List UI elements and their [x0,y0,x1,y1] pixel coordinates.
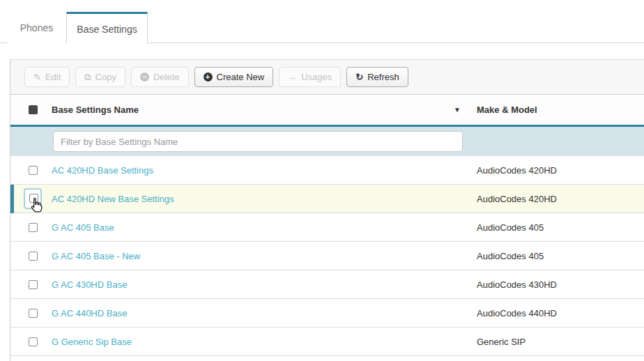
refresh-button-label: Refresh [367,72,399,82]
select-all-checkbox[interactable] [29,105,38,114]
row-checkbox-focus-ring [24,188,42,209]
row-name-link[interactable]: G AC 405 Base - New [52,242,140,270]
base-settings-panel: ✎ Edit ⧉ Copy Delete Create New ↔ Usages… [10,59,644,361]
table-row[interactable]: G AC 405 Base - New AudioCodes 405 [10,242,644,270]
copy-icon: ⧉ [84,72,91,82]
row-model-text: AudioCodes 430HD [477,270,557,298]
tab-base-settings[interactable]: Base Settings [66,12,148,44]
row-checkbox[interactable] [29,223,38,232]
tab-phones-label: Phones [20,22,53,33]
delete-button[interactable]: Delete [131,67,189,87]
row-checkbox[interactable] [29,280,38,289]
row-name-link[interactable]: G AC 430HD Base [52,270,127,298]
row-checkbox[interactable] [29,166,38,175]
table-row[interactable]: AC 420HD New Base Settings AudioCodes 42… [10,185,644,213]
sort-descending-icon[interactable]: ▼ [454,95,461,125]
row-model-text: AudioCodes 420HD [477,185,557,213]
toolbar: ✎ Edit ⧉ Copy Delete Create New ↔ Usages… [10,60,644,94]
filter-input[interactable] [53,131,463,152]
table-row[interactable]: G AC 430HD Base AudioCodes 430HD [10,270,644,299]
pencil-icon: ✎ [33,72,41,82]
row-checkbox[interactable] [29,252,38,261]
create-new-button[interactable]: Create New [194,67,274,87]
column-header-name[interactable]: Base Settings Name [52,95,139,125]
row-model-text: Generic SIP [477,328,526,355]
row-name-link[interactable]: G Generic Sip Base [52,328,132,355]
refresh-icon: ↻ [355,72,363,82]
table-row[interactable]: G AC 405 Base AudioCodes 405 [10,213,644,242]
plus-circle-icon [204,72,213,82]
tab-base-settings-label: Base Settings [77,24,137,35]
edit-button-label: Edit [45,72,61,82]
row-checkbox[interactable] [29,309,38,318]
copy-button-label: Copy [95,72,116,82]
edit-button[interactable]: ✎ Edit [24,67,70,87]
usages-button-label: Usages [301,72,332,82]
delete-button-label: Delete [153,72,180,82]
table-row[interactable]: G AC 440HD Base AudioCodes 440HD [10,299,644,328]
table-body: AC 420HD Base Settings AudioCodes 420HD … [10,156,644,361]
row-model-text: AudioCodes 420HD [477,156,557,184]
row-model-text: AudioCodes 405 [477,213,544,241]
table-row[interactable]: AC 420HD Base Settings AudioCodes 420HD [10,156,644,185]
usages-button[interactable]: ↔ Usages [279,67,341,87]
minus-circle-icon [140,72,149,82]
table-row[interactable]: G Generic Sip Base Generic SIP [10,328,644,356]
tab-phones[interactable]: Phones [7,12,66,43]
row-model-text: AudioCodes 405 [477,242,544,270]
row-checkbox[interactable] [29,194,38,203]
column-header-model: Make & Model [477,95,537,125]
row-model-text: AudioCodes 440HD [477,299,557,327]
filter-row [10,125,644,156]
row-checkbox[interactable] [29,337,38,346]
row-name-link[interactable]: AC 420HD Base Settings [52,156,153,184]
row-name-link[interactable]: AC 420HD New Base Settings [52,185,174,213]
row-name-link[interactable]: G AC 440HD Base [52,299,127,327]
row-name-link[interactable]: G AC 405 Base [52,213,114,241]
table-header: Base Settings Name ▼ Make & Model [10,94,644,125]
create-new-button-label: Create New [217,72,265,82]
refresh-button[interactable]: ↻ Refresh [346,67,408,87]
copy-button[interactable]: ⧉ Copy [75,67,125,87]
left-right-arrow-icon: ↔ [288,72,297,82]
tab-bar: Phones Base Settings [0,12,644,43]
